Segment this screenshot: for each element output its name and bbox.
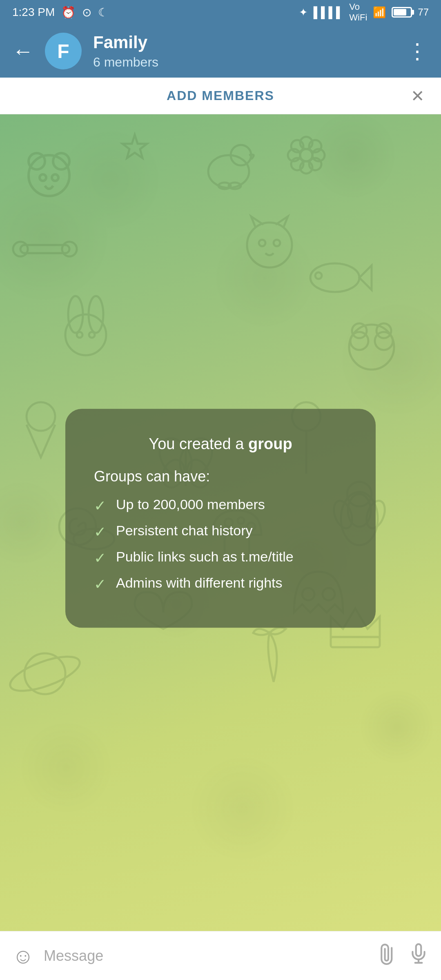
status-bar: 1:23 PM ⏰ ⊙ ☾ ✦ ▌▌▌▌ VoWiFi 📶 77 <box>0 0 441 24</box>
vowifi-icon: VoWiFi <box>349 2 367 23</box>
battery-indicator <box>392 7 412 18</box>
status-time: 1:23 PM <box>12 6 55 19</box>
bluetooth-icon: ✦ <box>299 6 308 19</box>
svg-point-35 <box>376 323 391 338</box>
svg-point-57 <box>24 653 65 694</box>
notification-item-3: ✓ Public links such as t.me/title <box>94 549 347 567</box>
notification-item-label-3: Public links such as t.me/title <box>116 549 294 565</box>
chat-background: You created a group Groups can have: ✓ U… <box>0 114 441 931</box>
notification-subtitle: Groups can have: <box>94 468 347 485</box>
svg-point-3 <box>40 174 46 181</box>
notification-box: You created a group Groups can have: ✓ U… <box>65 409 376 628</box>
notification-item-label-4: Admins with different rights <box>116 575 283 591</box>
svg-point-29 <box>77 332 82 338</box>
svg-point-24 <box>310 263 359 292</box>
svg-point-26 <box>65 314 106 355</box>
svg-point-36 <box>27 402 55 431</box>
svg-point-58 <box>6 650 84 698</box>
svg-point-25 <box>315 272 322 279</box>
svg-point-22 <box>259 240 265 246</box>
message-input[interactable] <box>44 947 368 964</box>
check-icon-3: ✓ <box>94 550 106 567</box>
alarm-icon: ⏰ <box>61 6 76 19</box>
group-info: Family 6 members <box>93 32 395 69</box>
notification-title-prefix: You created a <box>149 435 248 452</box>
status-left: 1:23 PM ⏰ ⊙ ☾ <box>12 6 108 19</box>
notification-item-label-2: Persistent chat history <box>116 523 252 539</box>
svg-point-31 <box>349 325 394 370</box>
battery-level: 77 <box>418 7 429 18</box>
notification-item-2: ✓ Persistent chat history <box>94 523 347 541</box>
bottom-bar: ☺ <box>0 931 441 980</box>
notification-title-bold: group <box>248 435 292 452</box>
add-members-label[interactable]: ADD MEMBERS <box>167 88 274 103</box>
attach-button[interactable] <box>372 940 404 972</box>
svg-point-30 <box>89 332 95 338</box>
add-members-bar: ADD MEMBERS ✕ <box>0 78 441 114</box>
app-bar: ← F Family 6 members ⋮ <box>0 24 441 78</box>
check-icon-2: ✓ <box>94 523 106 541</box>
svg-point-4 <box>52 174 58 181</box>
signal-icon: ▌▌▌▌ <box>314 6 344 19</box>
whatsapp-icon: ⊙ <box>82 6 91 19</box>
check-icon-4: ✓ <box>94 576 106 593</box>
moon-icon: ☾ <box>98 6 108 19</box>
group-avatar: F <box>45 33 82 69</box>
more-options-button[interactable]: ⋮ <box>407 39 429 63</box>
notification-item-1: ✓ Up to 200,000 members <box>94 497 347 514</box>
back-button[interactable]: ← <box>12 40 33 62</box>
wifi-icon: 📶 <box>373 6 386 19</box>
status-right: ✦ ▌▌▌▌ VoWiFi 📶 77 <box>299 2 429 23</box>
svg-point-21 <box>247 223 292 267</box>
notification-item-label-1: Up to 200,000 members <box>116 497 265 512</box>
svg-point-1 <box>29 153 45 169</box>
check-icon-1: ✓ <box>94 497 106 514</box>
notification-item-4: ✓ Admins with different rights <box>94 575 347 593</box>
emoji-button[interactable]: ☺ <box>12 944 34 968</box>
mic-button[interactable] <box>408 943 429 969</box>
svg-point-34 <box>352 323 367 338</box>
group-name: Family <box>93 32 395 53</box>
group-members-count: 6 members <box>93 55 395 70</box>
svg-point-2 <box>53 153 69 169</box>
close-button[interactable]: ✕ <box>411 87 425 105</box>
svg-rect-59 <box>331 637 380 647</box>
notification-title: You created a group <box>94 433 347 455</box>
svg-point-23 <box>274 240 280 246</box>
